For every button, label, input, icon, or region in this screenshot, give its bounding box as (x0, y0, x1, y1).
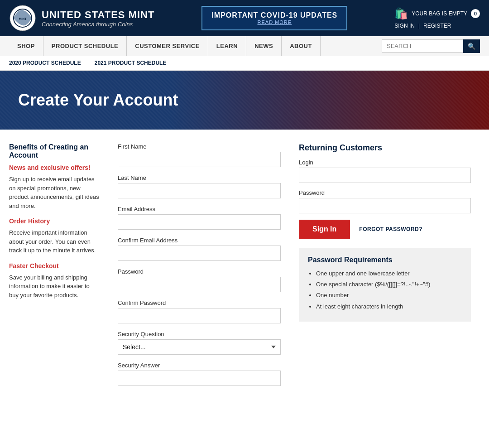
benefit1-text: Sign up to receive email updates on spec… (9, 175, 100, 210)
email-group: Email Address (118, 206, 281, 230)
main-content: Benefits of Creating an Account News and… (0, 130, 489, 407)
bag-area: 🛍️ YOUR BAG IS EMPTY 0 (394, 7, 480, 20)
benefits-heading: Benefits of Creating an Account (9, 143, 100, 159)
login-password-label: Password (299, 189, 471, 196)
email-input[interactable] (118, 214, 281, 230)
password-input[interactable] (118, 277, 281, 292)
benefit1-title: News and exclusive offers! (9, 164, 100, 171)
right-section: Returning Customers Login Password Sign … (299, 143, 471, 393)
last-name-input[interactable] (118, 183, 281, 198)
first-name-group: First Name (118, 143, 281, 167)
header-right: 🛍️ YOUR BAG IS EMPTY 0 SIGN IN | REGISTE… (394, 7, 480, 29)
login-password-input[interactable] (299, 198, 471, 213)
security-answer-label: Security Answer (118, 362, 281, 369)
read-more-link[interactable]: READ MORE (211, 19, 337, 25)
search-button[interactable]: 🔍 (463, 39, 480, 53)
pw-req-list: One upper and one lowercase letter One s… (308, 270, 462, 311)
pw-req-item-2: One special character ($%/([][]]=?!..-."… (316, 280, 462, 289)
email-label: Email Address (118, 206, 281, 212)
first-name-label: First Name (118, 143, 281, 150)
pw-req-heading: Password Requirements (308, 256, 462, 264)
nav-shop[interactable]: SHOP (9, 36, 43, 56)
password-label: Password (118, 268, 281, 275)
returning-heading: Returning Customers (299, 143, 471, 153)
confirm-password-input[interactable] (118, 308, 281, 323)
site-tagline: Connecting America through Coins (42, 21, 154, 28)
benefit2-title: Order History (9, 217, 100, 225)
confirm-email-label: Confirm Email Address (118, 237, 281, 244)
nav-product-schedule[interactable]: PRODUCT SCHEDULE (43, 36, 127, 56)
covid-banner: IMPORTANT COVID-19 UPDATES READ MORE (201, 6, 347, 30)
confirm-email-group: Confirm Email Address (118, 237, 281, 261)
sub-nav-2021[interactable]: 2021 PRODUCT SCHEDULE (95, 60, 167, 66)
register-link[interactable]: REGISTER (423, 23, 451, 29)
last-name-group: Last Name (118, 174, 281, 198)
security-question-select[interactable]: Select... (118, 339, 281, 355)
pw-req-item-1: One upper and one lowercase letter (316, 270, 462, 278)
benefits-sidebar: Benefits of Creating an Account News and… (9, 143, 100, 393)
site-name: UNITED STATES MINT (42, 9, 154, 21)
sign-in-button[interactable]: Sign In (299, 220, 350, 239)
main-nav: SHOP PRODUCT SCHEDULE CUSTOMER SERVICE L… (0, 36, 489, 56)
security-question-group: Security Question Select... (118, 331, 281, 355)
bag-icon: 🛍️ (394, 7, 408, 20)
bag-label: YOUR BAG IS EMPTY (412, 10, 467, 17)
benefit2-text: Receive important information about your… (9, 228, 100, 255)
nav-customer-service[interactable]: CUSTOMER SERVICE (127, 36, 208, 56)
nav-news[interactable]: NEWS (246, 36, 282, 56)
password-requirements: Password Requirements One upper and one … (299, 248, 471, 322)
hero-banner: Create Your Account (0, 71, 489, 130)
pw-req-item-4: At least eight characters in length (316, 303, 462, 311)
mint-logo: MINT (9, 5, 36, 32)
sub-nav: 2020 PRODUCT SCHEDULE 2021 PRODUCT SCHED… (0, 56, 489, 71)
sign-in-link[interactable]: SIGN IN (394, 23, 415, 29)
search-area: 🔍 (382, 39, 480, 53)
page-title: Create Your Account (18, 91, 178, 110)
login-label: Login (299, 159, 471, 166)
svg-text:MINT: MINT (19, 17, 27, 20)
sub-nav-2020[interactable]: 2020 PRODUCT SCHEDULE (9, 60, 81, 66)
security-answer-group: Security Answer (118, 362, 281, 386)
nav-learn[interactable]: LEARN (208, 36, 246, 56)
login-input[interactable] (299, 168, 471, 183)
sign-in-row: Sign In FORGOT PASSWORD? (299, 220, 471, 239)
bag-count: 0 (471, 9, 480, 18)
first-name-input[interactable] (118, 152, 281, 167)
pw-req-item-3: One number (316, 291, 462, 299)
header-brand: MINT UNITED STATES MINT Connecting Ameri… (9, 5, 154, 32)
auth-links: SIGN IN | REGISTER (394, 23, 480, 29)
security-question-label: Security Question (118, 331, 281, 337)
nav-about[interactable]: ABOUT (282, 36, 321, 56)
site-header: MINT UNITED STATES MINT Connecting Ameri… (0, 0, 489, 36)
password-group: Password (118, 268, 281, 292)
confirm-password-group: Confirm Password (118, 299, 281, 323)
confirm-email-input[interactable] (118, 246, 281, 261)
header-title-group: UNITED STATES MINT Connecting America th… (42, 9, 154, 28)
registration-form: First Name Last Name Email Address Confi… (118, 143, 281, 393)
forgot-password-link[interactable]: FORGOT PASSWORD? (359, 226, 422, 232)
search-input[interactable] (382, 39, 463, 53)
benefit3-text: Save your billing and shipping informati… (9, 273, 100, 300)
confirm-password-label: Confirm Password (118, 299, 281, 306)
last-name-label: Last Name (118, 174, 281, 181)
covid-title: IMPORTANT COVID-19 UPDATES (211, 11, 337, 19)
security-answer-input[interactable] (118, 371, 281, 386)
returning-customers: Returning Customers Login Password Sign … (299, 143, 471, 239)
benefit3-title: Faster Checkout (9, 262, 100, 270)
